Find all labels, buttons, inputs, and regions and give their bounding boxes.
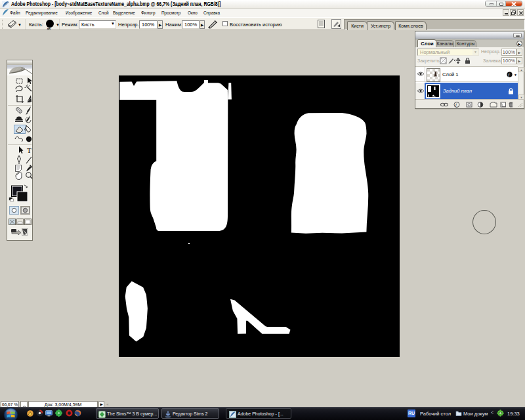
svg-text:f: f bbox=[455, 102, 457, 107]
svg-text:T: T bbox=[27, 146, 32, 154]
